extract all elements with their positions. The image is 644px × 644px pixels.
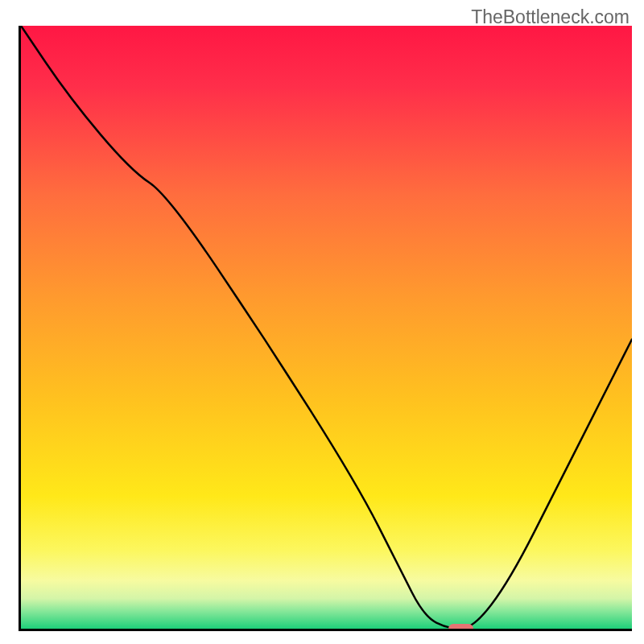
watermark-text: TheBottleneck.com: [471, 6, 630, 28]
optimal-marker: [448, 624, 473, 631]
chart-container: TheBottleneck.com: [0, 0, 644, 644]
bottleneck-curve: [21, 26, 632, 629]
plot-area: [19, 26, 632, 631]
